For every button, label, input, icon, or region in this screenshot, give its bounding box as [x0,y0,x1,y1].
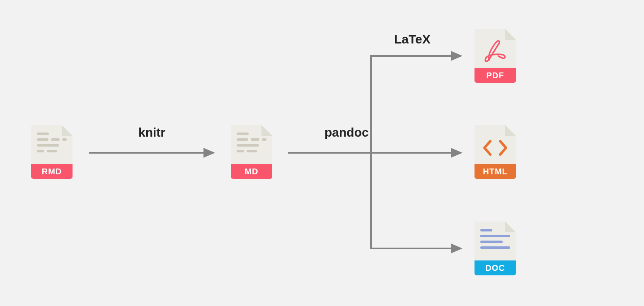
rmarkdown-pipeline-diagram: RMD MD [0,0,644,306]
arrows-svg [0,0,644,306]
pandoc-label: pandoc [324,125,369,140]
doc-tag: DOC [475,260,516,275]
pdf-file-icon: PDF [475,29,516,83]
rmd-file-icon: RMD [31,125,73,179]
pdf-symbol-icon [475,37,516,66]
rmd-tag: RMD [31,164,73,179]
md-tag: MD [231,164,272,179]
arrow-md-pdf [371,56,461,153]
arrow-md-doc [371,153,461,248]
doc-file-icon: DOC [475,222,516,275]
latex-label: LaTeX [394,32,431,46]
knitr-label: knitr [138,125,165,140]
html-tag: HTML [475,164,516,179]
pdf-tag: PDF [475,68,516,83]
html-brackets-icon [475,133,516,162]
html-file-icon: HTML [475,125,516,179]
md-file-icon: MD [231,125,272,179]
